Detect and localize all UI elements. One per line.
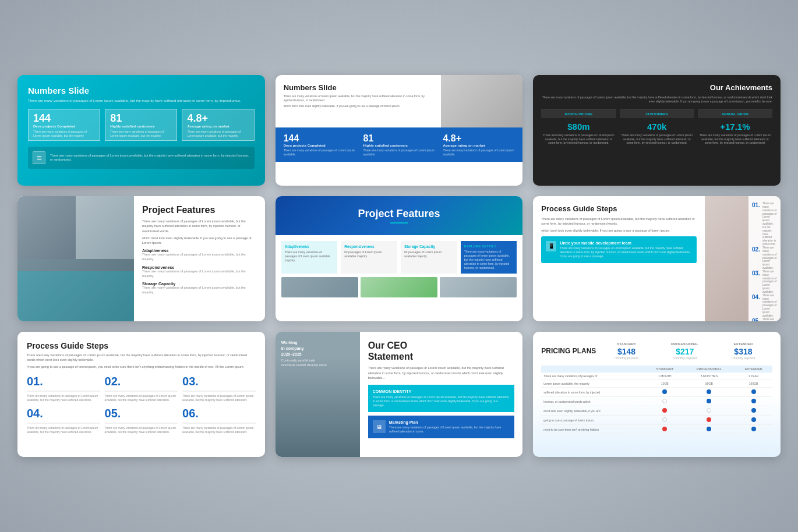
slide4-item-2: Responsiveness There are many variations… bbox=[142, 265, 257, 278]
slide8-working: Working in company 2020–2025 bbox=[281, 340, 327, 357]
slide3-metric2-desc: There are many variations of passages of… bbox=[620, 133, 694, 145]
slide6-sn3-num: 03. bbox=[752, 270, 760, 276]
table-row3-col2 bbox=[684, 397, 735, 406]
slide6-title: Process Guide Steps bbox=[541, 204, 697, 214]
slide5-feat1-title: Adaptiveness bbox=[285, 244, 334, 249]
slide4-item2-desc: There are many variations of passages of… bbox=[142, 269, 257, 278]
slide-process-guide-photo: Process Guide Steps There are many varia… bbox=[533, 196, 781, 321]
slide4-teal-overlay bbox=[17, 271, 134, 321]
table-row-4: don't look even slightly believable, if … bbox=[541, 406, 772, 416]
slide-process-6steps: Process Guide Steps There are many varia… bbox=[17, 332, 265, 457]
slide9-plan1-period: / monthly payment bbox=[599, 356, 655, 360]
slide9-plan2-period: / monthly payment bbox=[657, 356, 713, 360]
slide7-step2-num: 02. bbox=[105, 375, 178, 392]
slide6-step-numbers: 01. There are many variations of passage… bbox=[748, 196, 781, 321]
slide9-plan1-price: $148 bbox=[599, 347, 655, 356]
slide5-explore-desc: There are many variations of passages of… bbox=[464, 250, 514, 270]
slide7-steps-grid: 01. There are many variations of passage… bbox=[27, 375, 256, 434]
slide5-features-row: Adaptiveness There are many variations o… bbox=[281, 241, 517, 274]
slide3-desc: There are many variations of passages of… bbox=[541, 95, 772, 104]
slide2-stat-2: 81 Highly satisfied customers There are … bbox=[363, 133, 435, 156]
slide5-explore-box: EXPLORE DETAILS There are many variation… bbox=[461, 241, 517, 274]
slide5-feat1-desc: There are many variations of passages of… bbox=[285, 250, 334, 263]
slide2-stat1-label: Devs projects Completed bbox=[284, 144, 355, 147]
slide-numbers-white: Numbers Slide There are many variations … bbox=[276, 75, 523, 186]
slide7-step1-num: 01. bbox=[27, 375, 100, 392]
table-row6-col1 bbox=[646, 425, 684, 434]
slide1-stat1-label: Devs projects Completed bbox=[33, 125, 95, 128]
slide6-sn-1: 01. There are many variations of passage… bbox=[752, 202, 777, 246]
slide6-sn-3: 03. There are many variations of passage… bbox=[752, 270, 777, 294]
table-row0-label: There are many variations of passages of bbox=[541, 373, 646, 380]
slide5-photo-3 bbox=[440, 277, 517, 297]
table-col-standart: STANDART bbox=[646, 366, 684, 373]
dot-2-3 bbox=[751, 389, 756, 394]
slide8-marketing-icon: 🖥 bbox=[373, 420, 386, 433]
slide7-step5-text: There are many variations of passages of… bbox=[105, 426, 178, 434]
table-row0-col3: 1 YEAR bbox=[735, 373, 772, 380]
slide3-metric1-val: $80m bbox=[541, 122, 616, 132]
slide2-title: Numbers Slide bbox=[284, 83, 433, 92]
slide4-right: Project Features There are many variatio… bbox=[134, 196, 265, 321]
slide7-step6-text: There are many variations of passages of… bbox=[182, 426, 256, 434]
slide2-stat2-desc: There are many variations of passages of… bbox=[363, 148, 435, 156]
slide7-step-5: 05. There are many variations of passage… bbox=[105, 407, 178, 434]
slide2-stat2-label: Highly satisfied customers bbox=[363, 144, 435, 147]
slide2-top: Numbers Slide There are many variations … bbox=[276, 75, 523, 127]
slide3-metric2-val: 470k bbox=[620, 122, 694, 132]
dot-6-2 bbox=[707, 427, 711, 431]
slide9-plan-professional: PROFESSIONAL $217 / monthly payment bbox=[656, 340, 714, 362]
slide8-marketing-box: 🖥 Marketing Plan There are many variatio… bbox=[368, 416, 515, 438]
slide1-subtitle: There are many variations of passages of… bbox=[28, 98, 255, 103]
table-row4-col3 bbox=[735, 406, 772, 416]
slide5-explore-label: EXPLORE DETAILS bbox=[464, 244, 514, 248]
slide8-mkt-desc: There are many variations of passages of… bbox=[389, 425, 510, 434]
slide3-metric-2: CUSTOMERS 470k There are many variations… bbox=[620, 109, 694, 145]
slide4-item3-title: Storage Capacity bbox=[142, 282, 257, 286]
slide6-unite-desc: There are many variations of passages of… bbox=[560, 246, 692, 258]
slide1-stat3-num: 4.8+ bbox=[187, 112, 249, 125]
table-row5-col1 bbox=[646, 416, 684, 425]
table-row5-col2 bbox=[684, 416, 735, 425]
dot-2-2 bbox=[707, 389, 711, 394]
slide6-sn2-text: There are many variations of passages of… bbox=[762, 246, 777, 270]
table-row4-label: don't look even slightly believable, if … bbox=[541, 406, 646, 416]
table-col-professional: PROFESSIONAL bbox=[684, 366, 735, 373]
table-row-1: Lorem ipsum available, the majority 10GB… bbox=[541, 380, 772, 388]
slide7-step-6: 06. There are many variations of passage… bbox=[182, 407, 256, 434]
table-row1-label: Lorem ipsum available, the majority bbox=[541, 380, 646, 388]
slide4-photo-1 bbox=[17, 196, 76, 259]
table-row1-col2: 50GB bbox=[684, 380, 735, 388]
slide4-footer: which don't look even slightly believabl… bbox=[142, 236, 257, 246]
table-row0-col1: 1 MONTH bbox=[646, 373, 684, 380]
slide8-tagline: Continually parallel task innovative ben… bbox=[281, 359, 327, 367]
slide3-metrics: MONTH INCOME $80m There are many variati… bbox=[541, 109, 772, 145]
slide6-unite-box: 📱 Unite your mobile development team The… bbox=[541, 236, 697, 263]
slide7-step2-text: There are many variations of passages of… bbox=[105, 394, 178, 402]
slide6-sn-4: 04. There are many variations of passage… bbox=[752, 294, 777, 318]
table-row5-col3 bbox=[735, 416, 772, 425]
slide4-desc: There are many variations of passages of… bbox=[142, 219, 257, 233]
slide6-desc1: There are many variations of passages of… bbox=[541, 217, 697, 226]
table-row2-col2 bbox=[684, 388, 735, 397]
slide1-bottom-icon: ☰ bbox=[33, 151, 45, 164]
slide2-stat1-desc: There are many variations of passages of… bbox=[284, 148, 355, 156]
slide5-feat-1: Adaptiveness There are many variations o… bbox=[281, 241, 338, 274]
dot-4-3 bbox=[751, 408, 756, 413]
table-row4-col1 bbox=[646, 406, 684, 416]
dot-5-2 bbox=[707, 417, 711, 422]
slide7-title: Process Guide Steps bbox=[27, 341, 256, 350]
slide2-stat-1: 144 Devs projects Completed There are ma… bbox=[284, 133, 355, 156]
table-row2-col3 bbox=[735, 388, 772, 397]
table-row-3: humour, or randomised words which bbox=[541, 397, 772, 406]
slide7-step-1: 01. There are many variations of passage… bbox=[27, 375, 100, 402]
slide7-step1-text: There are many variations of passages of… bbox=[27, 394, 100, 402]
slide6-unite-text: Unite your mobile development team There… bbox=[560, 241, 692, 258]
slide3-title: Our Achievments bbox=[541, 83, 772, 92]
table-row-2: suffered alteration in some form, by inj… bbox=[541, 388, 772, 397]
slide6-unite-title: Unite your mobile development team bbox=[560, 241, 692, 245]
table-row3-col1 bbox=[646, 397, 684, 406]
slide5-hero: Project Features bbox=[276, 196, 523, 235]
slide9-plan2-name: PROFESSIONAL bbox=[657, 342, 713, 346]
dot-5-1 bbox=[662, 417, 667, 422]
